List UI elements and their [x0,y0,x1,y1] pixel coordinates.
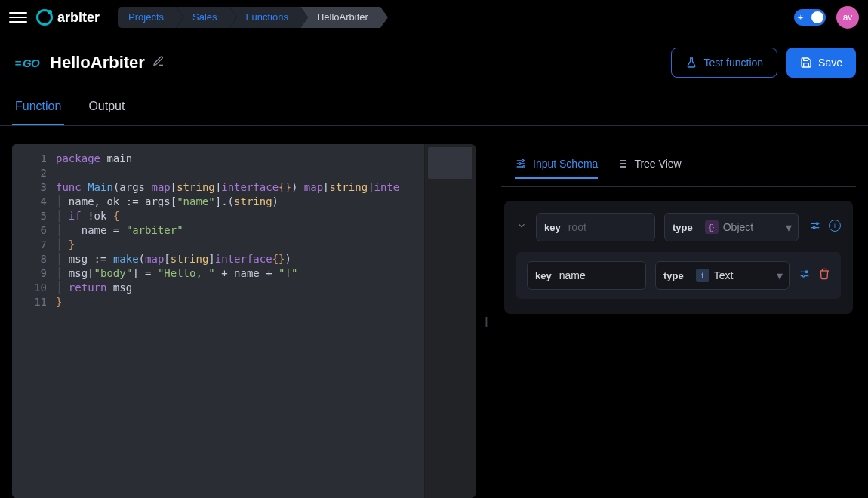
tab-function[interactable]: Function [12,100,64,125]
settings-icon[interactable] [799,268,811,283]
root-key-input[interactable] [568,214,654,241]
schema-root-row: key type {} Object ▾ + [516,213,841,241]
chevron-down-icon[interactable] [516,220,527,234]
code-editor[interactable]: 1234567891011 package main func Main(arg… [12,144,476,498]
add-field-icon[interactable]: + [829,220,841,232]
type-label: type [656,262,691,289]
root-key-field[interactable]: key [536,213,655,241]
svg-point-2 [523,166,525,168]
breadcrumb: Projects Sales Functions HelloArbiter [118,7,380,28]
breadcrumb-current[interactable]: HelloArbiter [300,7,380,28]
child-type-field[interactable]: type t Text ▾ [655,261,790,290]
tab-input-schema-label: Input Schema [533,158,598,170]
line-gutter: 1234567891011 [12,144,56,498]
text-type-icon: t [696,269,709,282]
root-type-value: Object [723,221,781,233]
avatar[interactable]: av [836,6,859,29]
breadcrumb-sales[interactable]: Sales [176,7,229,28]
brand-name: arbiter [57,10,100,26]
key-label: key [537,214,568,241]
svg-point-4 [813,226,815,229]
pane-splitter[interactable]: ‖ [476,144,498,498]
chevron-down-icon[interactable]: ▾ [786,220,792,235]
sun-icon: ☀ [797,14,804,22]
breadcrumb-functions[interactable]: Functions [229,7,300,28]
chevron-down-icon[interactable]: ▾ [777,269,783,283]
key-label: key [528,262,559,289]
flask-icon [685,57,697,69]
tab-input-schema[interactable]: Input Schema [515,158,598,179]
save-icon [800,57,812,69]
save-label: Save [818,57,842,69]
schema-child-row: key type t Text ▾ [516,252,841,299]
svg-point-3 [816,223,818,225]
minimap[interactable] [424,144,476,498]
main-tabs: Function Output [0,90,868,126]
test-function-button[interactable]: Test function [671,48,777,78]
sliders-icon [515,158,527,170]
list-icon [616,158,628,170]
delete-icon[interactable] [818,268,830,283]
child-key-input[interactable] [559,262,645,289]
brand-mark-icon [36,9,53,26]
save-button[interactable]: Save [786,48,856,78]
svg-point-0 [522,160,524,162]
test-function-label: Test function [703,57,763,69]
svg-point-6 [802,275,805,277]
settings-icon[interactable] [809,220,821,235]
brand-logo[interactable]: arbiter [36,9,100,26]
edit-title-icon[interactable] [152,55,165,70]
child-type-value: Text [714,269,772,281]
panel-tabs: Input Schema Tree View [501,144,856,187]
type-label: type [665,214,700,241]
object-type-icon: {} [705,220,719,234]
tab-tree-view[interactable]: Tree View [616,158,681,179]
tab-output[interactable]: Output [85,100,128,125]
page-title: HelloArbiter [50,53,145,72]
schema-panel: Input Schema Tree View key type {} Ob [498,144,856,498]
tab-tree-view-label: Tree View [634,158,681,170]
go-icon: GO [15,57,40,69]
root-type-field[interactable]: type {} Object ▾ [664,213,799,241]
breadcrumb-projects[interactable]: Projects [118,7,176,28]
child-key-field[interactable]: key [527,261,646,290]
svg-point-1 [519,163,521,165]
language-badge: GO [12,54,42,71]
title-row: GO HelloArbiter Test function Save [0,35,868,90]
code-body[interactable]: package main func Main(args map[string]i… [56,144,399,498]
top-bar: arbiter Projects Sales Functions HelloAr… [0,0,868,35]
svg-point-5 [805,271,808,273]
schema-card: key type {} Object ▾ + ke [504,201,853,314]
theme-toggle[interactable]: ☀ [794,9,826,26]
menu-icon[interactable] [9,8,27,26]
